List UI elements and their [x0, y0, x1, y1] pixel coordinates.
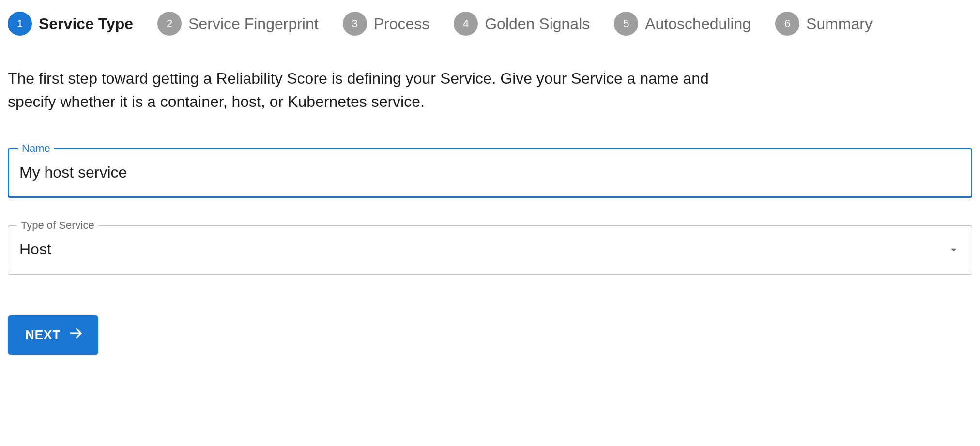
- chevron-down-icon: [947, 243, 961, 256]
- service-type-select[interactable]: Host: [8, 224, 972, 275]
- service-type-value: Host: [19, 240, 51, 258]
- step-label: Service Type: [39, 15, 133, 33]
- service-name-input[interactable]: [8, 147, 972, 198]
- step-label: Service Fingerprint: [188, 15, 319, 33]
- step-number-badge: 1: [8, 12, 32, 36]
- step-summary[interactable]: 6 Summary: [775, 12, 873, 36]
- step-number-badge: 6: [775, 12, 799, 36]
- wizard-stepper: 1 Service Type 2 Service Fingerprint 3 P…: [8, 12, 972, 36]
- step-label: Golden Signals: [485, 15, 590, 33]
- step-description: The first step toward getting a Reliabil…: [8, 67, 744, 113]
- step-number-badge: 5: [614, 12, 638, 36]
- step-label: Summary: [806, 15, 873, 33]
- step-number-badge: 4: [454, 12, 478, 36]
- name-field-container: Name: [8, 147, 972, 198]
- step-number-badge: 3: [343, 12, 367, 36]
- step-process[interactable]: 3 Process: [343, 12, 430, 36]
- step-autoscheduling[interactable]: 5 Autoscheduling: [614, 12, 751, 36]
- step-label: Autoscheduling: [645, 15, 751, 33]
- next-button[interactable]: NEXT: [8, 315, 98, 355]
- step-label: Process: [374, 15, 430, 33]
- step-service-type[interactable]: 1 Service Type: [8, 12, 133, 36]
- next-button-label: NEXT: [25, 327, 61, 342]
- arrow-right-icon: [67, 325, 84, 345]
- step-number-badge: 2: [157, 12, 182, 36]
- step-service-fingerprint[interactable]: 2 Service Fingerprint: [157, 12, 319, 36]
- step-golden-signals[interactable]: 4 Golden Signals: [454, 12, 590, 36]
- service-type-field-container: Host Type of Service: [8, 224, 972, 275]
